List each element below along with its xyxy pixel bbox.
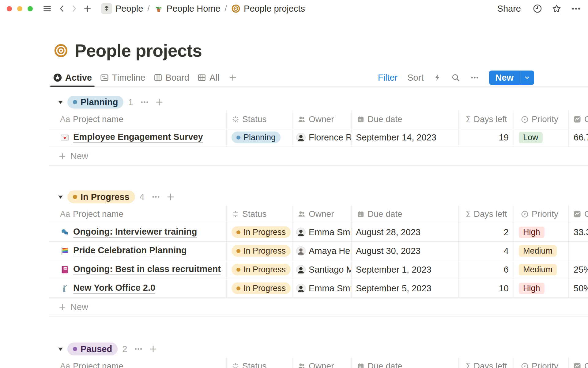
due-date-cell[interactable]: September 1, 2023 xyxy=(352,260,459,279)
priority-cell[interactable]: Medium xyxy=(514,242,569,260)
sidebar-menu-icon[interactable] xyxy=(43,4,51,13)
column-priority[interactable]: Priority xyxy=(514,205,569,223)
group-add-icon[interactable] xyxy=(149,344,158,354)
project-name-link[interactable]: Pride Celebration Planning xyxy=(73,245,187,256)
column-days-left[interactable]: ΣDays left xyxy=(459,205,514,223)
status-cell[interactable]: Planning xyxy=(227,128,292,147)
column-project-name[interactable]: AaProject name xyxy=(49,111,227,128)
new-page-plus-icon[interactable] xyxy=(83,5,92,13)
more-options-icon[interactable] xyxy=(571,3,581,14)
project-name-cell[interactable]: Pride Celebration Planning xyxy=(49,242,227,260)
breadcrumb-people-projects[interactable]: People projects xyxy=(229,3,307,14)
view-more-options-icon[interactable] xyxy=(470,73,479,82)
group-more-icon[interactable] xyxy=(151,192,160,201)
bullseye-icon[interactable] xyxy=(54,44,68,58)
automations-lightning-icon[interactable] xyxy=(433,73,441,82)
column-due-date[interactable]: Due date xyxy=(352,111,459,128)
project-name-link[interactable]: Ongoing: Interviewer training xyxy=(73,227,197,238)
add-view-plus-icon[interactable] xyxy=(224,69,241,86)
column-project-name[interactable]: AaProject name xyxy=(49,358,227,368)
group-add-icon[interactable] xyxy=(155,98,164,107)
share-button[interactable]: Share xyxy=(495,2,523,15)
new-button[interactable]: New xyxy=(489,71,534,85)
days-left-cell[interactable]: 10 xyxy=(459,279,514,297)
column-owner[interactable]: Owner xyxy=(292,358,352,368)
column-days-left[interactable]: ΣDays left xyxy=(459,358,514,368)
completion-cell[interactable]: 50% xyxy=(569,279,588,297)
group-add-icon[interactable] xyxy=(166,192,175,201)
project-name-cell[interactable]: New York Office 2.0 xyxy=(49,279,227,297)
forward-icon[interactable] xyxy=(70,5,78,13)
filter-button[interactable]: Filter xyxy=(378,73,398,83)
group-status-pill[interactable]: In Progress xyxy=(67,190,135,203)
column-completion[interactable]: Completion xyxy=(569,111,588,128)
due-date-cell[interactable]: August 28, 2023 xyxy=(352,223,459,241)
priority-cell[interactable]: Medium xyxy=(514,260,569,279)
column-completion[interactable]: Completion xyxy=(569,205,588,223)
search-icon[interactable] xyxy=(451,73,460,82)
days-left-cell[interactable]: 2 xyxy=(459,223,514,241)
project-name-link[interactable]: New York Office 2.0 xyxy=(73,283,155,294)
tab-all[interactable]: All xyxy=(193,69,223,86)
column-priority[interactable]: Priority xyxy=(514,111,569,128)
status-cell[interactable]: In Progress xyxy=(227,223,292,241)
tab-board[interactable]: Board xyxy=(149,69,193,86)
status-cell[interactable]: In Progress xyxy=(227,279,292,297)
breadcrumb-teamspace[interactable]: People xyxy=(99,2,145,15)
column-due-date[interactable]: Due date xyxy=(352,205,459,223)
back-icon[interactable] xyxy=(58,5,66,13)
sort-button[interactable]: Sort xyxy=(407,73,424,83)
column-status[interactable]: Status xyxy=(227,205,292,223)
close-window-button[interactable] xyxy=(7,6,12,11)
collapse-triangle-icon[interactable] xyxy=(58,100,63,105)
column-status[interactable]: Status xyxy=(227,111,292,128)
group-status-pill[interactable]: Paused xyxy=(67,343,118,355)
status-cell[interactable]: In Progress xyxy=(227,242,292,260)
project-name-link[interactable]: Ongoing: Best in class recruitment xyxy=(73,264,221,275)
collapse-triangle-icon[interactable] xyxy=(58,194,63,200)
due-date-cell[interactable]: September 14, 2023 xyxy=(352,128,459,147)
column-due-date[interactable]: Due date xyxy=(352,358,459,368)
priority-cell[interactable]: High xyxy=(514,223,569,241)
add-row-button[interactable]: New xyxy=(49,147,588,166)
collapse-triangle-icon[interactable] xyxy=(58,347,63,352)
column-status[interactable]: Status xyxy=(227,358,292,368)
project-name-cell[interactable]: Employee Engagement Survey xyxy=(49,128,227,147)
column-owner[interactable]: Owner xyxy=(292,111,352,128)
due-date-cell[interactable]: August 30, 2023 xyxy=(352,242,459,260)
owner-cell[interactable]: Emma Smith xyxy=(292,279,352,297)
project-name-cell[interactable]: Ongoing: Interviewer training xyxy=(49,223,227,241)
owner-cell[interactable]: Emma Smith xyxy=(292,223,352,241)
column-completion[interactable]: Completion xyxy=(569,358,588,368)
column-project-name[interactable]: AaProject name xyxy=(49,205,227,223)
breadcrumb-people-home[interactable]: People Home xyxy=(152,3,222,14)
zoom-window-button[interactable] xyxy=(28,6,33,11)
updates-clock-icon[interactable] xyxy=(533,4,542,13)
completion-cell[interactable]: 33.3 xyxy=(569,223,588,241)
project-name-cell[interactable]: A+ Ongoing: Best in class recruitment xyxy=(49,260,227,279)
column-owner[interactable]: Owner xyxy=(292,205,352,223)
completion-cell[interactable]: 25% xyxy=(569,260,588,279)
completion-cell[interactable] xyxy=(569,242,588,260)
favorite-star-icon[interactable] xyxy=(552,4,562,14)
status-cell[interactable]: In Progress xyxy=(227,260,292,279)
days-left-cell[interactable]: 19 xyxy=(459,128,514,147)
group-more-icon[interactable] xyxy=(134,344,143,354)
completion-cell[interactable]: 66.7 xyxy=(569,128,588,147)
column-days-left[interactable]: ΣDays left xyxy=(459,111,514,128)
group-status-pill[interactable]: Planning xyxy=(67,96,123,109)
owner-cell[interactable]: Santiago Martinez xyxy=(292,260,352,279)
group-more-icon[interactable] xyxy=(140,98,149,107)
owner-cell[interactable]: Florence Rossi xyxy=(292,128,352,147)
new-button-chevron-down-icon[interactable] xyxy=(520,71,534,85)
priority-cell[interactable]: High xyxy=(514,279,569,297)
priority-cell[interactable]: Low xyxy=(514,128,569,147)
column-priority[interactable]: Priority xyxy=(514,358,569,368)
due-date-cell[interactable]: September 5, 2023 xyxy=(352,279,459,297)
tab-timeline[interactable]: Timeline xyxy=(96,69,149,86)
project-name-link[interactable]: Employee Engagement Survey xyxy=(73,132,203,143)
owner-cell[interactable]: Amaya Hernandez xyxy=(292,242,352,260)
minimize-window-button[interactable] xyxy=(17,6,22,11)
add-row-button[interactable]: New xyxy=(49,298,588,316)
tab-active[interactable]: Active xyxy=(49,69,96,86)
